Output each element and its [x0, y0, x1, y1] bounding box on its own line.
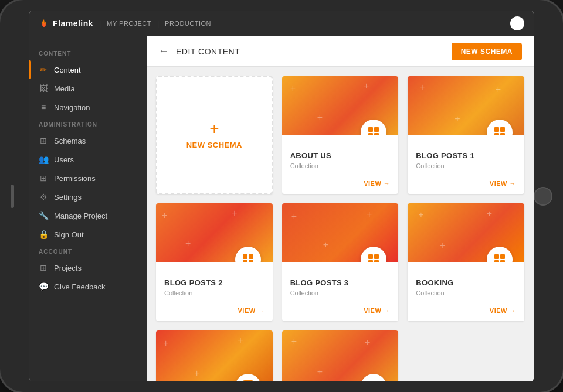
banner-deco-21: +: [317, 367, 323, 377]
card-about-us[interactable]: + + + ABOUT US Collection: [282, 76, 399, 194]
card-footer-blog1: VIEW →: [408, 175, 524, 194]
card-booking[interactable]: + + + BOOKING Collection: [408, 203, 524, 321]
card-type-blog3: Collection: [290, 289, 391, 296]
banner-deco-20: +: [365, 338, 370, 348]
banner-deco-11: +: [367, 209, 372, 220]
card-banner-blog1: + + +: [408, 76, 524, 135]
banner-deco-15: +: [440, 240, 445, 251]
card-type-booking: Collection: [416, 289, 516, 296]
screen: Flamelink | MY PROJECT | PRODUCTION CONT…: [29, 11, 534, 381]
card-view-booking[interactable]: VIEW →: [490, 307, 516, 314]
sidebar: CONTENT ✏ Content 🖼 Media ≡ Navigation A…: [29, 36, 147, 381]
banner-deco-13: +: [418, 210, 423, 220]
banner-deco-16: +: [163, 338, 168, 349]
banner-deco-2: +: [364, 81, 369, 91]
card-icon-blog3: [361, 247, 386, 262]
card-office-gallery[interactable]: + + + OFFICE GALLERY Collection: [282, 330, 399, 381]
sidebar-item-permissions-label: Permissions: [54, 174, 96, 183]
content-toolbar: ← EDIT CONTENT NEW SCHEMA: [147, 36, 534, 67]
new-schema-button[interactable]: NEW SCHEMA: [452, 43, 522, 60]
banner-deco-7: +: [162, 210, 167, 221]
card-blog-posts-2[interactable]: + + + BLOG POSTS 2 Collection: [156, 203, 273, 321]
flame-icon: [39, 18, 49, 29]
sidebar-item-users[interactable]: 👥 Users: [29, 150, 147, 169]
card-title-booking: BOOKING: [416, 278, 516, 287]
sidebar-item-feedback[interactable]: 💬 Give Feedback: [29, 277, 147, 296]
sidebar-item-schemas-label: Schemas: [54, 137, 86, 145]
banner-deco-14: +: [487, 209, 492, 219]
banner-deco-12: +: [323, 240, 328, 250]
new-schema-card[interactable]: + NEW SCHEMA: [156, 76, 273, 194]
grid-icon: ⊞: [39, 263, 48, 272]
card-footer-blog2: VIEW →: [156, 302, 273, 321]
collection-icon-booking: [493, 253, 506, 262]
grid-icon-blog3: [368, 254, 379, 262]
card-banner-about-us: + + +: [282, 76, 399, 135]
sidebar-item-navigation[interactable]: ≡ Navigation: [29, 98, 147, 117]
card-blog-posts-1[interactable]: + + + BLOG POSTS 1 Collection: [408, 76, 524, 194]
card-title-blog3: BLOG POSTS 3: [290, 278, 391, 287]
user-avatar[interactable]: [510, 16, 524, 30]
banner-deco-8: +: [232, 208, 237, 219]
sidebar-item-projects[interactable]: ⊞ Projects: [29, 258, 147, 277]
banner-deco-19: +: [291, 336, 297, 347]
card-blog-posts-3[interactable]: + + + BLOG POSTS 3 Collection: [282, 203, 399, 321]
grid-icon-blog2: [243, 254, 253, 262]
card-icon-blog1: [487, 120, 513, 135]
sidebar-item-settings-label: Settings: [54, 193, 82, 202]
sidebar-item-signout[interactable]: 🔒 Sign Out: [29, 225, 147, 244]
card-icon-booking: [487, 247, 513, 262]
card-body-booking: BOOKING Collection: [408, 262, 524, 302]
sidebar-section-content: CONTENT: [29, 46, 147, 60]
image-icon: 🖼: [39, 84, 48, 93]
card-title-about-us: ABOUT US: [290, 151, 391, 160]
users-icon: 👥: [39, 155, 48, 164]
sidebar-item-navigation-label: Navigation: [54, 103, 90, 112]
logo-text: Flamelink: [53, 19, 93, 28]
header-divider2: |: [157, 19, 159, 28]
permissions-icon: ⊞: [39, 173, 48, 183]
card-footer-blog3: VIEW →: [282, 302, 399, 321]
cards-grid: + NEW SCHEMA + + +: [147, 67, 534, 381]
new-schema-plus-icon: +: [209, 121, 219, 137]
toolbar-title: EDIT CONTENT: [176, 47, 445, 56]
card-banner-blog2: + + +: [156, 203, 273, 262]
card-banner-gallery: + + +: [282, 330, 399, 381]
card-view-blog2[interactable]: VIEW →: [238, 307, 264, 314]
card-type-about-us: Collection: [290, 162, 391, 169]
collection-icon-blog3: [367, 253, 380, 262]
new-schema-label: NEW SCHEMA: [186, 141, 242, 149]
card-icon-contact: [235, 374, 261, 381]
banner-deco-3: +: [317, 113, 323, 123]
card-banner-booking: + + +: [408, 203, 524, 262]
logo: Flamelink: [39, 18, 93, 29]
main-layout: CONTENT ✏ Content 🖼 Media ≡ Navigation A…: [29, 36, 534, 381]
banner-deco-1: +: [290, 83, 296, 94]
sidebar-item-content[interactable]: ✏ Content: [29, 60, 147, 79]
card-footer-about-us: VIEW →: [282, 175, 399, 194]
card-banner-contact: + + +: [156, 330, 273, 381]
sidebar-item-media[interactable]: 🖼 Media: [29, 79, 147, 98]
schema-icon: ⊞: [39, 136, 48, 145]
sidebar-section-account: ACCOUNT: [29, 244, 147, 258]
collection-icon: [367, 126, 380, 135]
back-button[interactable]: ←: [158, 45, 169, 57]
sidebar-item-feedback-label: Give Feedback: [54, 282, 105, 291]
card-icon-about-us: [361, 120, 386, 135]
card-contact-form[interactable]: + + + CONTACT FORM Single: [156, 330, 273, 381]
banner-deco-6: +: [455, 114, 460, 124]
banner-deco-10: +: [291, 212, 297, 222]
sidebar-item-projects-label: Projects: [54, 264, 82, 272]
sidebar-item-manage-project[interactable]: 🔧 Manage Project: [29, 206, 147, 225]
sidebar-item-manage-label: Manage Project: [54, 212, 107, 220]
sidebar-item-settings[interactable]: ⚙ Settings: [29, 188, 147, 206]
feedback-icon: 💬: [39, 282, 48, 291]
sidebar-item-schemas[interactable]: ⊞ Schemas: [29, 131, 147, 150]
card-view-blog1[interactable]: VIEW →: [490, 180, 516, 187]
card-type-blog1: Collection: [416, 162, 516, 169]
sidebar-item-permissions[interactable]: ⊞ Permissions: [29, 169, 147, 188]
card-body-blog1: BLOG POSTS 1 Collection: [408, 135, 524, 175]
card-view-blog3[interactable]: VIEW →: [364, 307, 390, 314]
card-view-about-us[interactable]: VIEW →: [364, 180, 390, 187]
card-title-blog1: BLOG POSTS 1: [416, 151, 516, 160]
